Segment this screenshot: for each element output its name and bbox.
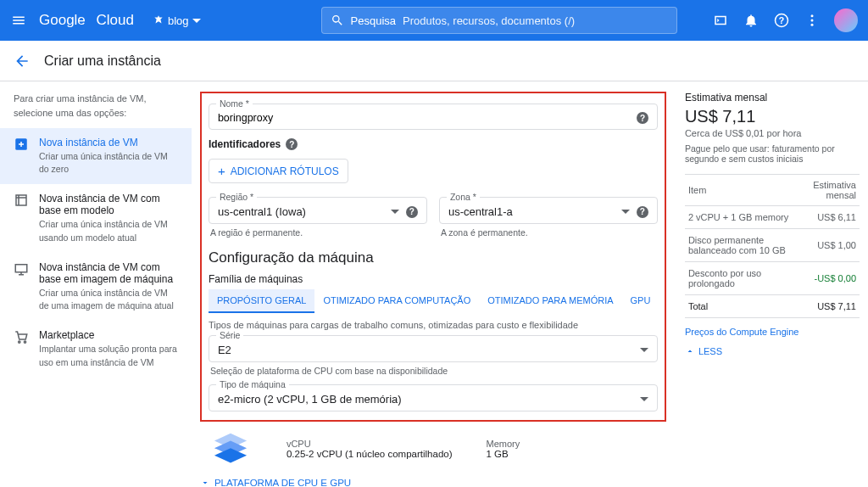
region-helper: A região é permanente. [210, 227, 427, 238]
notifications-icon[interactable] [743, 12, 760, 29]
sidebar-item-sub: Implantar uma solução pronta para uso em… [39, 343, 178, 368]
family-desc: Tipos de máquinas para cargas de trabalh… [209, 320, 658, 330]
identifiers-label: Identificadores [209, 138, 281, 150]
help-icon[interactable]: ? [637, 206, 648, 218]
name-label: Nome * [216, 98, 253, 109]
svg-point-3 [811, 20, 814, 22]
cart-icon [14, 329, 29, 344]
svg-point-4 [811, 24, 814, 26]
sidebar-item-label: Nova instância de VM [39, 137, 178, 148]
series-select[interactable]: Série E2 [209, 335, 658, 362]
sidebar-item-from-image[interactable]: Nova instância de VM com base em imagem … [0, 253, 192, 321]
machine-type-select[interactable]: Tipo de máquina e2-micro (2 vCPU, 1 GB d… [209, 384, 658, 411]
vcpu-header: vCPU [287, 439, 453, 449]
machine-type-label: Tipo de máquina [216, 379, 289, 389]
tab-general-purpose[interactable]: PROPÓSITO GERAL [209, 289, 315, 313]
family-label: Família de máquinas [209, 273, 658, 285]
svg-point-9 [24, 341, 25, 343]
estimate-panel: Estimativa mensal US$ 7,11 Cerca de US$ … [666, 81, 868, 487]
project-name: blog [168, 14, 189, 27]
sidebar: Para criar uma instância de VM, selecion… [0, 81, 192, 487]
chevron-down-icon [192, 19, 201, 23]
name-input[interactable] [218, 112, 637, 124]
family-tabs: PROPÓSITO GERAL OTIMIZADO PARA COMPUTAÇÃ… [209, 289, 658, 313]
template-icon [14, 193, 29, 208]
help-icon[interactable]: ? [637, 112, 648, 124]
estimate-price: US$ 7,11 [685, 107, 860, 126]
avatar[interactable] [834, 8, 858, 32]
sidebar-item-label: Marketplace [39, 329, 178, 341]
estimate-col-item: Item [685, 175, 796, 206]
chevron-up-icon [685, 346, 695, 356]
logo: Google Cloud [39, 12, 134, 29]
name-field[interactable]: Nome * ? [209, 104, 658, 130]
help-icon[interactable]: ? [286, 138, 298, 150]
table-row: 2 vCPU + 1 GB memoryUS$ 6,11 [685, 206, 860, 229]
project-selector[interactable]: blog [146, 11, 208, 31]
region-select[interactable]: Região * us-central1 (Iowa) ? [209, 197, 427, 224]
plus-square-icon [14, 137, 29, 152]
pricing-link[interactable]: Preços do Compute Engine [685, 327, 799, 337]
cpu-layers-icon [209, 430, 253, 467]
search-input[interactable] [403, 14, 668, 27]
svg-text:?: ? [779, 15, 784, 25]
estimate-col-cost: Estimativa mensal [796, 175, 860, 206]
table-row-total: TotalUS$ 7,11 [685, 295, 860, 318]
add-labels-button[interactable]: + ADICIONAR RÓTULOS [209, 159, 348, 183]
search-bar[interactable]: Pesquisa [321, 7, 677, 34]
sidebar-desc: Para criar uma instância de VM, selecion… [0, 92, 192, 128]
tab-compute-optimized[interactable]: OTIMIZADO PARA COMPUTAÇÃO [314, 289, 479, 313]
series-value: E2 [218, 344, 231, 356]
back-arrow-icon[interactable] [14, 53, 31, 70]
chevron-down-icon [640, 397, 648, 401]
chevron-down-icon [640, 348, 648, 352]
zone-value: us-central1-a [448, 205, 513, 218]
sidebar-item-label: Nova instância de VM com base em modelo [39, 193, 178, 216]
table-row: Disco permanente balanceado com 10 GBUS$… [685, 229, 860, 262]
form-highlight-area: Nome * ? Identificadores ? + ADICIONAR R… [200, 92, 666, 422]
estimate-title: Estimativa mensal [685, 92, 860, 104]
sidebar-item-from-template[interactable]: Nova instância de VM com base em modelo … [0, 184, 192, 252]
series-label: Série [216, 330, 244, 340]
more-icon[interactable] [804, 12, 821, 29]
chevron-down-icon [200, 478, 210, 487]
cpu-gpu-platform-expand[interactable]: PLATAFORMA DE CPU E GPU [200, 478, 351, 487]
vcpu-value: 0.25-2 vCPU (1 núcleo compartilhado) [287, 449, 453, 459]
sidebar-item-sub: Criar uma única instância de VM do zero [39, 150, 178, 176]
help-icon[interactable]: ? [773, 12, 790, 29]
page-title: Criar uma instância [44, 53, 161, 69]
memory-value: 1 GB [487, 449, 520, 459]
sidebar-item-sub: Criar uma única instância de VM de uma i… [39, 287, 178, 312]
search-label: Pesquisa [351, 14, 396, 27]
tab-memory-optimized[interactable]: OTIMIZADO PARA MEMÓRIA [479, 289, 621, 313]
machine-config-title: Configuração da máquina [209, 249, 658, 266]
cloud-shell-icon[interactable] [712, 12, 729, 29]
sidebar-item-marketplace[interactable]: Marketplace Implantar uma solução pronta… [0, 321, 192, 377]
zone-select[interactable]: Zona * us-central1-a ? [439, 197, 658, 224]
estimate-table: Item Estimativa mensal 2 vCPU + 1 GB mem… [685, 174, 860, 318]
chevron-down-icon [621, 210, 630, 214]
tab-gpu[interactable]: GPU [622, 289, 659, 313]
estimate-note: Pague pelo que usar: faturamento por seg… [685, 143, 860, 164]
machine-type-value: e2-micro (2 vCPU, 1 GB de memória) [218, 393, 402, 406]
hamburger-menu-icon[interactable] [10, 12, 27, 29]
svg-rect-6 [16, 195, 26, 205]
estimate-per-hour: Cerca de US$ 0,01 por hora [685, 128, 860, 138]
table-row: Desconto por uso prolongado-US$ 0,00 [685, 262, 860, 295]
sidebar-item-label: Nova instância de VM com base em imagem … [39, 261, 178, 285]
search-icon [331, 14, 344, 27]
series-helper: Seleção de plataforma de CPU com base na… [210, 366, 658, 376]
sidebar-item-new-vm[interactable]: Nova instância de VM Criar uma única ins… [0, 128, 192, 184]
region-value: us-central1 (Iowa) [218, 205, 306, 218]
memory-header: Memory [487, 439, 520, 449]
region-label: Região * [216, 192, 257, 202]
machine-image-icon [14, 261, 29, 277]
zone-helper: A zona é permanente. [441, 227, 658, 238]
help-icon[interactable]: ? [406, 206, 418, 218]
sidebar-item-sub: Criar uma única instância de VM usando u… [39, 218, 178, 244]
svg-point-2 [811, 14, 814, 17]
less-toggle[interactable]: LESS [685, 346, 722, 356]
svg-point-8 [19, 341, 20, 343]
svg-rect-7 [15, 265, 27, 272]
zone-label: Zona * [447, 192, 480, 202]
